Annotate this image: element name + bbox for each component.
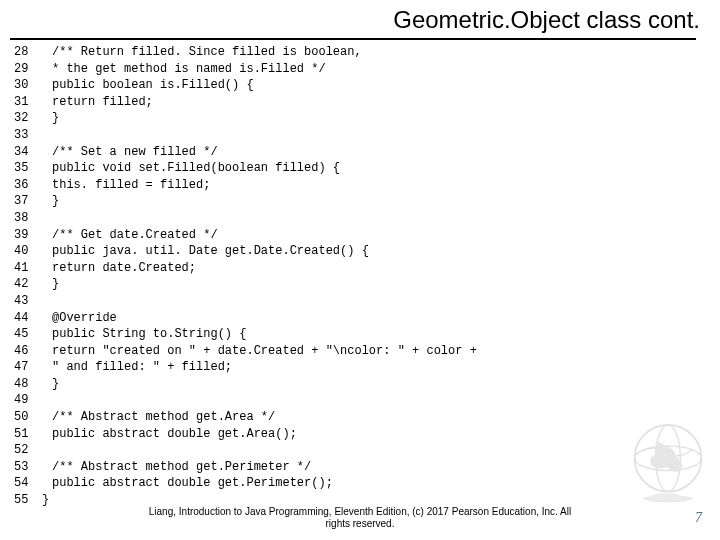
code-line: 38 xyxy=(14,210,710,227)
line-number: 54 xyxy=(14,475,52,492)
code-line: 53/** Abstract method get.Perimeter */ xyxy=(14,459,710,476)
line-content xyxy=(52,127,710,144)
line-content: /** Return filled. Since filled is boole… xyxy=(52,44,710,61)
line-number: 29 xyxy=(14,61,52,78)
line-number: 37 xyxy=(14,193,52,210)
line-content: /** Set a new filled */ xyxy=(52,144,710,161)
code-line: 39/** Get date.Created */ xyxy=(14,227,710,244)
line-number: 35 xyxy=(14,160,52,177)
code-line: 32} xyxy=(14,110,710,127)
code-line: 45public String to.String() { xyxy=(14,326,710,343)
code-line: 46return "created on " + date.Created + … xyxy=(14,343,710,360)
line-content: } xyxy=(52,193,710,210)
line-number: 47 xyxy=(14,359,52,376)
line-number: 32 xyxy=(14,110,52,127)
line-number: 50 xyxy=(14,409,52,426)
line-number: 38 xyxy=(14,210,52,227)
code-block: 28/** Return filled. Since filled is boo… xyxy=(14,44,710,509)
code-line: 54public abstract double get.Perimeter()… xyxy=(14,475,710,492)
line-content xyxy=(52,293,710,310)
code-line: 35public void set.Filled(boolean filled)… xyxy=(14,160,710,177)
code-line: 43 xyxy=(14,293,710,310)
line-number: 31 xyxy=(14,94,52,111)
line-number: 28 xyxy=(14,44,52,61)
line-content: /** Abstract method get.Perimeter */ xyxy=(52,459,710,476)
line-content xyxy=(52,392,710,409)
line-number: 42 xyxy=(14,276,52,293)
footer-line-2: rights reserved. xyxy=(326,518,395,529)
line-number: 34 xyxy=(14,144,52,161)
line-number: 41 xyxy=(14,260,52,277)
code-line: 49 xyxy=(14,392,710,409)
code-line: 41return date.Created; xyxy=(14,260,710,277)
line-number: 44 xyxy=(14,310,52,327)
line-content: public boolean is.Filled() { xyxy=(52,77,710,94)
line-content: " and filled: " + filled; xyxy=(52,359,710,376)
line-content: public abstract double get.Area(); xyxy=(52,426,710,443)
line-number: 48 xyxy=(14,376,52,393)
title-underline xyxy=(10,38,696,40)
line-number: 43 xyxy=(14,293,52,310)
line-content: } xyxy=(52,110,710,127)
line-number: 33 xyxy=(14,127,52,144)
line-number: 40 xyxy=(14,243,52,260)
slide-title-text: Geometric.Object class cont. xyxy=(393,6,700,33)
line-number: 51 xyxy=(14,426,52,443)
slide: Geometric.Object class cont. 28/** Retur… xyxy=(0,0,720,540)
code-line: 37} xyxy=(14,193,710,210)
line-content: } xyxy=(52,376,710,393)
line-content: /** Abstract method get.Area */ xyxy=(52,409,710,426)
line-content: return "created on " + date.Created + "\… xyxy=(52,343,710,360)
line-content: public String to.String() { xyxy=(52,326,710,343)
line-number: 46 xyxy=(14,343,52,360)
code-line: 31return filled; xyxy=(14,94,710,111)
code-line: 42} xyxy=(14,276,710,293)
code-line: 34/** Set a new filled */ xyxy=(14,144,710,161)
footer-citation: Liang, Introduction to Java Programming,… xyxy=(0,506,720,530)
code-line: 44@Override xyxy=(14,310,710,327)
code-line: 48} xyxy=(14,376,710,393)
code-line: 47" and filled: " + filled; xyxy=(14,359,710,376)
line-content xyxy=(52,210,710,227)
code-line: 52 xyxy=(14,442,710,459)
line-content: this. filled = filled; xyxy=(52,177,710,194)
footer-line-1: Liang, Introduction to Java Programming,… xyxy=(149,506,571,517)
line-number: 52 xyxy=(14,442,52,459)
line-content: return date.Created; xyxy=(52,260,710,277)
slide-title: Geometric.Object class cont. xyxy=(0,6,706,34)
code-line: 40public java. util. Date get.Date.Creat… xyxy=(14,243,710,260)
line-content xyxy=(52,442,710,459)
line-content: return filled; xyxy=(52,94,710,111)
line-number: 53 xyxy=(14,459,52,476)
line-number: 30 xyxy=(14,77,52,94)
code-line: 33 xyxy=(14,127,710,144)
code-line: 50/** Abstract method get.Area */ xyxy=(14,409,710,426)
code-line: 28/** Return filled. Since filled is boo… xyxy=(14,44,710,61)
globe-icon xyxy=(624,416,712,504)
code-line: 36this. filled = filled; xyxy=(14,177,710,194)
line-number: 36 xyxy=(14,177,52,194)
code-line: 30public boolean is.Filled() { xyxy=(14,77,710,94)
line-content: public java. util. Date get.Date.Created… xyxy=(52,243,710,260)
line-content: @Override xyxy=(52,310,710,327)
line-content: /** Get date.Created */ xyxy=(52,227,710,244)
line-number: 39 xyxy=(14,227,52,244)
code-line: 51public abstract double get.Area(); xyxy=(14,426,710,443)
page-number: 7 xyxy=(695,510,702,526)
line-content: } xyxy=(52,276,710,293)
line-number: 45 xyxy=(14,326,52,343)
line-content: * the get method is named is.Filled */ xyxy=(52,61,710,78)
line-content: public void set.Filled(boolean filled) { xyxy=(52,160,710,177)
line-content: public abstract double get.Perimeter(); xyxy=(52,475,710,492)
code-line: 29* the get method is named is.Filled */ xyxy=(14,61,710,78)
line-number: 49 xyxy=(14,392,52,409)
